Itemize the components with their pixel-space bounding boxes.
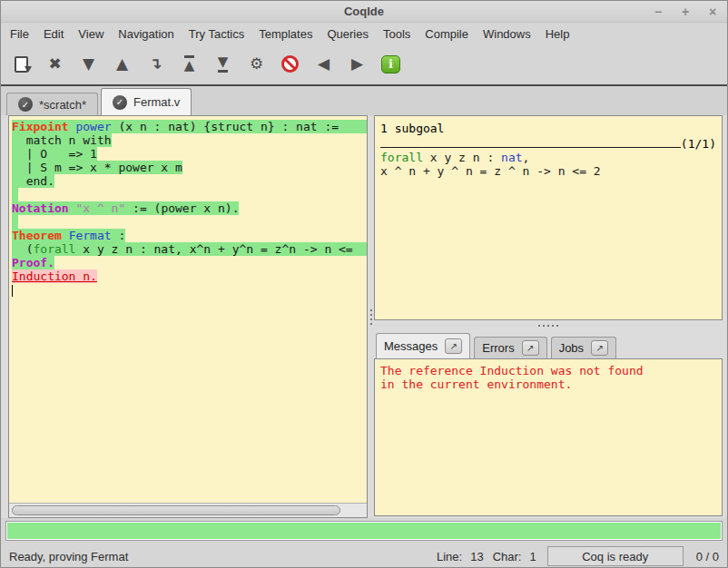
code-line: Notation "x ^ n" := (power x n). — [12, 201, 367, 215]
maximize-button[interactable]: + — [678, 5, 693, 19]
tab-errors[interactable]: Errors↗ — [474, 337, 546, 358]
code-token: power — [75, 120, 111, 133]
code-line: Fixpoint power (x n : nat) {struct n} : … — [12, 120, 367, 133]
go-to-cursor-button[interactable]: ↴ — [139, 49, 172, 80]
document-tab-bar: ✓*scratch*✓Fermat.v — [1, 84, 727, 115]
code-token: match n with — [12, 133, 112, 147]
fully-check-document-icon: ⚙ — [250, 56, 263, 72]
next-occurrence-button[interactable]: ▶ — [340, 49, 374, 80]
detach-icon[interactable]: ↗ — [591, 340, 608, 356]
code-line: match n with — [12, 133, 367, 147]
tab-label: Jobs — [559, 341, 584, 355]
menu-templates[interactable]: Templates — [251, 24, 320, 44]
toolbar: ✖▼▲↴▲▼⚙◀▶i — [1, 44, 727, 83]
message-line: The reference Induction was not found — [380, 364, 716, 377]
main-content: Fixpoint power (x n : nat) {struct n} : … — [1, 115, 727, 518]
goals-pane[interactable]: 1 subgoal (1/1) forall x y z n : nat,x ^… — [374, 115, 723, 320]
fully-check-document-button[interactable]: ⚙ — [240, 49, 273, 80]
menu-tools[interactable]: Tools — [376, 24, 418, 44]
close-buffer-icon: ✖ — [48, 56, 61, 72]
close-buffer-button[interactable]: ✖ — [38, 49, 72, 80]
splitter-grip-dot — [538, 325, 540, 327]
horizontal-splitter[interactable] — [374, 320, 723, 331]
splitter-grip-dot — [543, 325, 545, 327]
detach-icon[interactable]: ↗ — [445, 338, 462, 354]
restart-button[interactable]: ▲ — [172, 49, 206, 80]
menu-compile[interactable]: Compile — [418, 24, 476, 44]
code-line — [12, 215, 367, 229]
splitter-grip-dot — [370, 309, 372, 311]
code-line — [12, 188, 367, 201]
script-pane: Fixpoint power (x n : nat) {struct n} : … — [8, 115, 368, 518]
goal-token: x ^ n + y ^ n = z ^ n -> n <= 2 — [380, 164, 601, 178]
code-token: Fixpoint — [12, 120, 69, 133]
splitter-grip-dot — [370, 318, 372, 320]
vertical-splitter[interactable] — [368, 115, 374, 518]
progress-bar — [5, 521, 723, 541]
code-token: Fermat — [69, 229, 112, 242]
splitter-grip-dot — [552, 325, 554, 327]
tab-label: Fermat.v — [133, 95, 180, 109]
horizontal-scrollbar[interactable] — [9, 503, 367, 517]
goal-lines: forall x y z n : nat,x ^ n + y ^ n = z ^… — [380, 151, 716, 178]
code-token: Induction n. — [12, 269, 97, 283]
tab-messages[interactable]: Messages↗ — [376, 333, 470, 358]
line-highlight: Proof. — [12, 256, 54, 269]
splitter-grip-dot — [547, 325, 549, 327]
code-token: forall — [33, 242, 75, 256]
go-to-cursor-icon: ↴ — [149, 56, 162, 72]
previous-occurrence-button[interactable]: ◀ — [307, 49, 340, 80]
go-to-end-button[interactable]: ▼ — [206, 49, 240, 80]
tab-scratch[interactable]: ✓*scratch* — [6, 93, 98, 115]
save-arrow-icon — [25, 66, 32, 73]
forward-one-command-button[interactable]: ▼ — [72, 49, 105, 80]
menu-edit[interactable]: Edit — [36, 24, 71, 44]
menu-help[interactable]: Help — [538, 24, 577, 44]
interrupt-icon — [281, 55, 299, 73]
status-text: Ready, proving Fermat — [9, 550, 128, 563]
code-token: Theorem — [12, 229, 62, 242]
menu-windows[interactable]: Windows — [476, 24, 538, 44]
code-editor[interactable]: Fixpoint power (x n : nat) {struct n} : … — [9, 116, 367, 503]
line-value: 13 — [470, 550, 483, 563]
close-button[interactable]: × — [705, 5, 720, 19]
goal-token: forall — [380, 151, 423, 164]
line-highlight: Notation "x ^ n" := (power x n). — [12, 201, 239, 215]
save-button[interactable] — [5, 49, 38, 80]
code-line: (forall x y z n : nat, x^n + y^n = z^n -… — [12, 242, 367, 256]
menu-bar: FileEditViewNavigationTry TacticsTemplat… — [1, 23, 727, 44]
line-highlight: (forall x y z n : nat, x^n + y^n = z^n -… — [12, 242, 367, 256]
coq-status-box: Coq is ready — [547, 546, 684, 566]
code-token: ( — [12, 242, 33, 256]
tab-jobs[interactable]: Jobs↗ — [551, 337, 616, 358]
code-line: Induction n. — [12, 269, 367, 283]
menu-navigation[interactable]: Navigation — [111, 24, 181, 44]
code-token — [62, 229, 69, 242]
interrupt-button[interactable] — [273, 49, 307, 80]
backward-one-command-button[interactable]: ▲ — [105, 49, 139, 80]
line-highlight: end. — [12, 174, 54, 188]
char-value: 1 — [529, 550, 536, 563]
status-bar: Ready, proving Fermat Line: 13 Char: 1 C… — [1, 544, 727, 568]
restart-icon: ▲ — [184, 55, 195, 73]
goal-index: (1/1) — [681, 137, 716, 151]
subgoal-count: 1 subgoal — [380, 122, 716, 135]
scrollbar-thumb[interactable] — [12, 505, 340, 515]
code-token: := (power x n). — [125, 201, 239, 215]
minimize-button[interactable]: − — [651, 5, 665, 19]
checkmark-icon: ✓ — [113, 95, 127, 110]
menu-file[interactable]: File — [3, 24, 36, 44]
line-highlight: Induction n. — [12, 269, 97, 283]
menu-try-tactics[interactable]: Try Tactics — [182, 24, 251, 44]
menu-view[interactable]: View — [71, 24, 111, 44]
about-button[interactable]: i — [374, 49, 408, 80]
previous-occurrence-icon: ◀ — [318, 56, 330, 72]
detach-icon[interactable]: ↗ — [522, 340, 539, 356]
title-bar[interactable]: CoqIde − + × — [1, 1, 727, 23]
window-controls: − + × — [651, 1, 720, 23]
messages-content[interactable]: The reference Induction was not foundin … — [374, 358, 723, 516]
menu-queries[interactable]: Queries — [320, 24, 376, 44]
splitter-grip-dot — [370, 323, 372, 325]
tab-fermat-v[interactable]: ✓Fermat.v — [101, 88, 192, 115]
splitter-grip-dot — [370, 314, 372, 316]
